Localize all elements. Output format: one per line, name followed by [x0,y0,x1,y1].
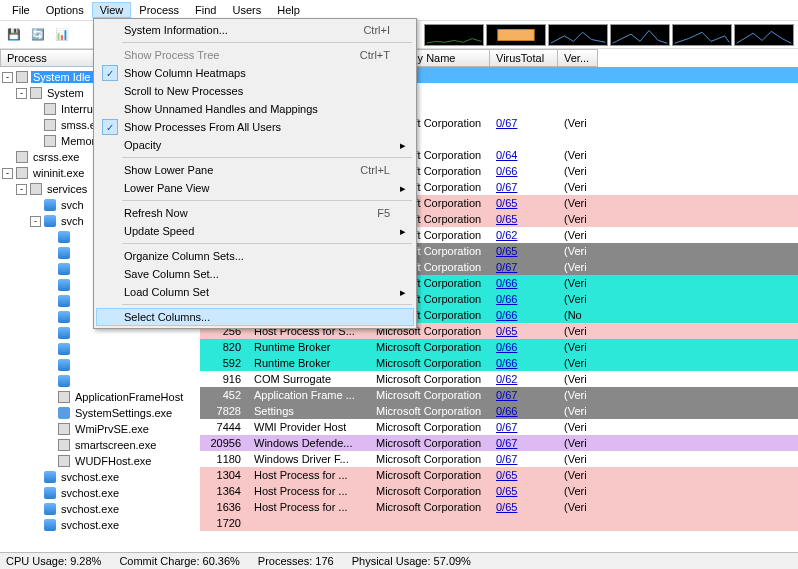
menu-options[interactable]: Options [38,2,92,18]
virustotal-cell[interactable]: 0/67 [490,117,558,129]
tree-toggle-icon[interactable]: - [16,88,27,99]
tree-toggle-icon[interactable]: - [2,168,13,179]
tree-row[interactable]: WUDFHost.exe [2,453,198,469]
menu-process[interactable]: Process [131,2,187,18]
virustotal-link[interactable]: 0/65 [496,245,517,257]
virustotal-cell[interactable]: 0/66 [490,165,558,177]
tree-row[interactable]: WmiPrvSE.exe [2,421,198,437]
virustotal-link[interactable]: 0/66 [496,293,517,305]
disk-chart[interactable] [672,24,732,46]
tree-row[interactable]: SystemSettings.exe [2,405,198,421]
net-chart[interactable] [610,24,670,46]
virustotal-cell[interactable]: 0/65 [490,325,558,337]
menu-item[interactable]: Select Columns... [96,308,414,326]
table-row[interactable]: 592Runtime BrokerMicrosoft Corporation0/… [200,355,798,371]
tree-toggle-icon[interactable]: - [30,216,41,227]
menu-find[interactable]: Find [187,2,224,18]
cpu-chart[interactable] [424,24,484,46]
tree-row[interactable]: svchost.exe [2,517,198,533]
virustotal-link[interactable]: 0/66 [496,165,517,177]
menu-item[interactable]: Update Speed▸ [96,222,414,240]
menu-view[interactable]: View [92,2,132,18]
virustotal-cell[interactable]: 0/66 [490,277,558,289]
menu-item[interactable]: Load Column Set▸ [96,283,414,301]
virustotal-link[interactable]: 0/65 [496,469,517,481]
virustotal-cell[interactable]: 0/66 [490,341,558,353]
menu-item[interactable]: ✓Show Column Heatmaps [96,64,414,82]
menu-item[interactable]: Scroll to New Processes [96,82,414,100]
tree-row[interactable]: svchost.exe [2,469,198,485]
menu-item[interactable]: Refresh NowF5 [96,204,414,222]
tree-row[interactable]: svchost.exe [2,485,198,501]
virustotal-link[interactable]: 0/66 [496,341,517,353]
virustotal-link[interactable]: 0/67 [496,437,517,449]
virustotal-cell[interactable]: 0/67 [490,261,558,273]
tree-row[interactable] [2,341,198,357]
table-row[interactable]: 2,952 K8,132 K1180Windows Driver F...Mic… [200,451,798,467]
menu-item[interactable]: Show Lower PaneCtrl+L [96,161,414,179]
tree-row[interactable]: ApplicationFrameHost [2,389,198,405]
virustotal-cell[interactable]: 0/65 [490,485,558,497]
table-row[interactable]: 820Runtime BrokerMicrosoft Corporation0/… [200,339,798,355]
virustotal-cell[interactable]: 0/67 [490,437,558,449]
virustotal-cell[interactable]: 0/62 [490,373,558,385]
menu-help[interactable]: Help [269,2,308,18]
menu-item[interactable]: ✓Show Processes From All Users [96,118,414,136]
virustotal-cell[interactable]: 0/67 [490,389,558,401]
virustotal-cell[interactable]: 0/67 [490,421,558,433]
table-row[interactable]: 916COM SurrogateMicrosoft Corporation0/6… [200,371,798,387]
virustotal-link[interactable]: 0/67 [496,389,517,401]
commit-chart[interactable] [486,24,546,46]
tree-row[interactable] [2,357,198,373]
tree-toggle-icon[interactable]: - [16,184,27,195]
table-row[interactable]: Susp...33,312 K80,488 K7828SettingsMicro… [200,403,798,419]
gpu-chart[interactable] [734,24,794,46]
virustotal-cell[interactable]: 0/62 [490,229,558,241]
menu-users[interactable]: Users [224,2,269,18]
virustotal-link[interactable]: 0/66 [496,405,517,417]
virustotal-cell[interactable]: 0/66 [490,309,558,321]
virustotal-cell[interactable]: 0/66 [490,357,558,369]
virustotal-link[interactable]: 0/65 [496,197,517,209]
save-icon[interactable]: 💾 [4,25,24,45]
tree-row[interactable] [2,373,198,389]
virustotal-link[interactable]: 0/67 [496,261,517,273]
menu-item[interactable]: Organize Column Sets... [96,247,414,265]
menu-item[interactable]: Show Unnamed Handles and Mappings [96,100,414,118]
virustotal-link[interactable]: 0/67 [496,453,517,465]
virustotal-cell[interactable]: 0/66 [490,293,558,305]
io-chart[interactable] [548,24,608,46]
virustotal-link[interactable]: 0/65 [496,213,517,225]
virustotal-cell[interactable]: 0/66 [490,405,558,417]
virustotal-link[interactable]: 0/66 [496,357,517,369]
virustotal-link[interactable]: 0/65 [496,501,517,513]
refresh-icon[interactable]: 🔄 [28,25,48,45]
virustotal-cell[interactable]: 0/67 [490,181,558,193]
tree-toggle-icon[interactable]: - [2,72,13,83]
table-row[interactable]: 2,548 K8,628 K7444WMI Provider HostMicro… [200,419,798,435]
virustotal-cell[interactable]: 0/65 [490,501,558,513]
virustotal-cell[interactable]: 0/64 [490,149,558,161]
toolbar-icon[interactable]: 📊 [52,25,72,45]
virustotal-link[interactable]: 0/66 [496,309,517,321]
virustotal-cell[interactable]: 0/65 [490,213,558,225]
virustotal-cell[interactable]: 0/67 [490,453,558,465]
virustotal-link[interactable]: 0/66 [496,277,517,289]
virustotal-cell[interactable]: 0/65 [490,197,558,209]
virustotal-link[interactable]: 0/65 [496,325,517,337]
column-header[interactable]: Ver... [558,49,598,67]
menu-file[interactable]: File [4,2,38,18]
menu-item[interactable]: System Information...Ctrl+I [96,21,414,39]
virustotal-link[interactable]: 0/62 [496,229,517,241]
table-row[interactable]: 12,194 K39,712 K452Application Frame ...… [200,387,798,403]
virustotal-cell[interactable]: 0/65 [490,245,558,257]
table-row[interactable]: 2,196 K8,684 K1636Host Process for ...Mi… [200,499,798,515]
menu-item[interactable]: Lower Pane View▸ [96,179,414,197]
virustotal-link[interactable]: 0/62 [496,373,517,385]
virustotal-link[interactable]: 0/67 [496,421,517,433]
tree-row[interactable]: smartscreen.exe [2,437,198,453]
tree-row[interactable]: svchost.exe [2,501,198,517]
virustotal-cell[interactable]: 0/65 [490,469,558,481]
menu-item[interactable]: Opacity▸ [96,136,414,154]
table-row[interactable]: < 0.018,756 K15,572 K1304Host Process fo… [200,467,798,483]
